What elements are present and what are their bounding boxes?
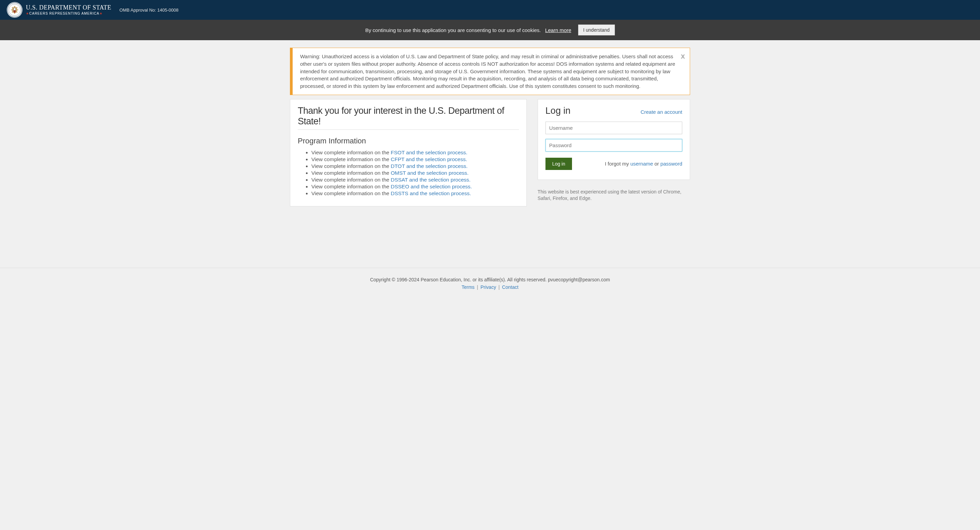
warning-close-button[interactable]: x	[681, 51, 685, 62]
svg-rect-3	[14, 10, 16, 13]
program-list: View complete information on the FSOT an…	[298, 150, 519, 196]
forgot-username-link[interactable]: username	[630, 161, 653, 166]
footer: Copyright © 1996-2024 Pearson Education,…	[0, 268, 980, 297]
cookie-text: By continuing to use this application yo…	[365, 27, 571, 33]
username-input[interactable]	[546, 121, 682, 134]
login-panel: Log in Create an account Log in I forgot…	[538, 99, 690, 180]
welcome-panel: Thank you for your interest in the U.S. …	[290, 99, 527, 206]
footer-links: Terms | Privacy | Contact	[0, 284, 980, 290]
program-link-dssts[interactable]: DSSTS and the selection process.	[391, 190, 471, 196]
dept-sub-title: ★CAREERS REPRESENTING AMERICA★	[26, 11, 111, 15]
program-link-dsseo[interactable]: DSSEO and the selection process.	[391, 184, 472, 189]
password-input[interactable]	[546, 139, 682, 152]
forgot-text: I forgot my username or password	[605, 161, 682, 166]
header-bar: U.S. DEPARTMENT OF STATE ★CAREERS REPRES…	[0, 0, 980, 20]
login-title: Log in	[546, 105, 571, 116]
program-link-fsot[interactable]: FSOT and the selection process.	[391, 150, 467, 155]
program-link-dtot[interactable]: DTOT and the selection process.	[391, 163, 468, 169]
program-link-omst[interactable]: OMST and the selection process.	[391, 170, 469, 176]
welcome-title: Thank you for your interest in the U.S. …	[298, 105, 519, 130]
list-item: View complete information on the DSSAT a…	[311, 177, 519, 183]
cookie-consent-bar: By continuing to use this application yo…	[0, 20, 980, 40]
list-item: View complete information on the DSSEO a…	[311, 184, 519, 190]
dept-main-title: U.S. DEPARTMENT OF STATE	[26, 5, 111, 11]
list-item: View complete information on the DSSTS a…	[311, 190, 519, 196]
list-item: View complete information on the DTOT an…	[311, 163, 519, 169]
svg-point-2	[14, 8, 16, 11]
footer-terms-link[interactable]: Terms	[461, 284, 474, 290]
cookie-learn-more-link[interactable]: Learn more	[545, 27, 571, 33]
footer-copyright: Copyright © 1996-2024 Pearson Education,…	[0, 277, 980, 283]
program-info-heading: Program Information	[298, 137, 519, 145]
list-item: View complete information on the OMST an…	[311, 170, 519, 176]
login-button[interactable]: Log in	[546, 158, 572, 170]
footer-contact-link[interactable]: Contact	[502, 284, 518, 290]
browser-compatibility-note: This website is best experienced using t…	[538, 189, 690, 202]
list-item: View complete information on the CFPT an…	[311, 156, 519, 163]
cookie-understand-button[interactable]: I understand	[578, 24, 615, 35]
program-link-cfpt[interactable]: CFPT and the selection process.	[391, 156, 467, 162]
omb-approval: OMB Approval No: 1405-0008	[119, 8, 178, 13]
create-account-link[interactable]: Create an account	[640, 109, 682, 115]
dept-title-block: U.S. DEPARTMENT OF STATE ★CAREERS REPRES…	[26, 5, 111, 16]
warning-text: Warning: Unauthorized access is a violat…	[300, 53, 675, 89]
forgot-password-link[interactable]: password	[660, 161, 682, 166]
list-item: View complete information on the FSOT an…	[311, 150, 519, 156]
footer-privacy-link[interactable]: Privacy	[480, 284, 496, 290]
dept-seal-icon	[7, 2, 22, 18]
warning-alert: Warning: Unauthorized access is a violat…	[290, 48, 690, 95]
program-link-dssat[interactable]: DSSAT and the selection process.	[391, 177, 471, 183]
